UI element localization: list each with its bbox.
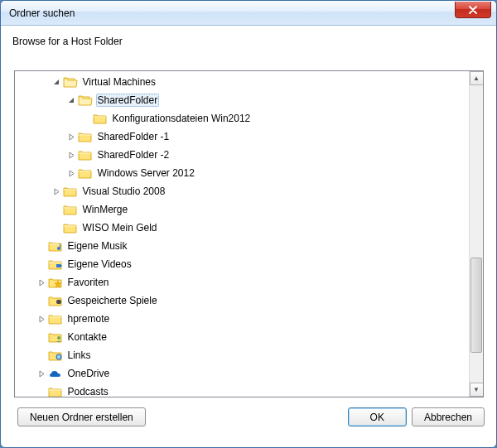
- indent: [15, 337, 36, 338]
- folder-open-icon: [63, 75, 78, 89]
- indent: [15, 210, 51, 210]
- svg-rect-2: [56, 264, 60, 267]
- tree-viewport[interactable]: Virtual MachinesSharedFolderKonfiguratio…: [15, 71, 469, 397]
- tree-node[interactable]: Windows Server 2012: [15, 164, 469, 182]
- indent: [15, 373, 36, 374]
- expand-icon[interactable]: [66, 133, 78, 141]
- expand-icon[interactable]: [51, 188, 63, 195]
- tree-node[interactable]: Eigene Videos: [15, 255, 469, 273]
- tree-node[interactable]: Podcasts: [15, 383, 469, 397]
- indent: [15, 82, 51, 83]
- folder-icon: [78, 166, 93, 180]
- tree-node[interactable]: Favoriten: [15, 273, 469, 291]
- tree-node-label: Gespeicherte Spiele: [66, 294, 159, 307]
- svg-point-8: [56, 355, 60, 359]
- indent: [15, 137, 66, 137]
- tree-node[interactable]: SharedFolder: [15, 91, 469, 109]
- indent: [15, 264, 36, 265]
- favorites-icon: [48, 276, 63, 289]
- tree-node-label: Favoriten: [66, 276, 111, 289]
- indent: [15, 155, 66, 156]
- tree-node-label: Eigene Videos: [66, 258, 133, 271]
- scroll-up-button[interactable]: ▲: [470, 71, 484, 85]
- new-folder-button[interactable]: Neuen Ordner erstellen: [17, 407, 146, 426]
- tree-node[interactable]: Konfigurationsdateien Win2012: [15, 109, 469, 128]
- folder-music-icon: [48, 239, 63, 253]
- tree-node[interactable]: Eigene Musik: [15, 237, 469, 255]
- folder-icon: [63, 185, 78, 198]
- tree-node-label: Konfigurationsdateien Win2012: [111, 112, 253, 125]
- indent: [15, 319, 36, 320]
- expand-icon[interactable]: [36, 370, 48, 378]
- close-icon: [469, 6, 477, 14]
- close-button[interactable]: [455, 2, 491, 18]
- tree-node-label: SharedFolder -1: [96, 130, 171, 143]
- tree-node-label: Virtual Machines: [81, 75, 158, 89]
- tree-node[interactable]: Visual Studio 2008: [15, 182, 469, 200]
- expand-icon[interactable]: [36, 279, 48, 287]
- contacts-icon: [48, 330, 63, 344]
- tree-node-label: SharedFolder -2: [96, 148, 171, 161]
- tree-node[interactable]: Links: [15, 346, 469, 364]
- svg-rect-5: [56, 300, 61, 304]
- cancel-button[interactable]: Abbrechen: [412, 407, 485, 426]
- ok-button[interactable]: OK: [348, 407, 407, 426]
- tree-node[interactable]: Gespeicherte Spiele: [15, 291, 469, 310]
- tree-node-label: SharedFolder: [96, 94, 160, 107]
- tree-node[interactable]: hpremote: [15, 310, 469, 328]
- tree-node-label: OneDrive: [66, 367, 112, 380]
- scroll-down-button[interactable]: ▼: [470, 383, 484, 397]
- expand-icon[interactable]: [66, 170, 78, 177]
- expand-icon[interactable]: [36, 316, 48, 323]
- instruction-text: Browse for a Host Folder: [12, 36, 485, 47]
- indent: [15, 246, 36, 247]
- indent: [15, 191, 51, 192]
- tree-node[interactable]: WISO Mein Geld: [15, 219, 469, 237]
- titlebar[interactable]: Ordner suchen: [1, 1, 496, 26]
- games-icon: [48, 294, 63, 307]
- onedrive-icon: [48, 367, 63, 380]
- tree-node[interactable]: SharedFolder -1: [15, 128, 469, 146]
- tree-node-label: Kontakte: [66, 330, 109, 344]
- tree-node[interactable]: SharedFolder -2: [15, 146, 469, 164]
- folder-icon: [48, 385, 63, 397]
- indent: [15, 392, 36, 393]
- collapse-icon[interactable]: [66, 97, 78, 104]
- tree-node-label: Links: [66, 349, 93, 362]
- indent: [15, 228, 51, 229]
- links-icon: [48, 349, 63, 362]
- dialog-footer: Neuen Ordner erstellen OK Abbrechen: [1, 397, 496, 426]
- indent: [15, 100, 66, 101]
- folder-icon: [78, 148, 93, 161]
- expand-icon[interactable]: [66, 152, 78, 159]
- tree-node-label: Eigene Musik: [66, 239, 129, 253]
- scroll-thumb[interactable]: [470, 258, 482, 353]
- tree-node-label: Visual Studio 2008: [81, 185, 167, 198]
- tree-node-label: hpremote: [66, 312, 112, 325]
- window-title: Ordner suchen: [1, 7, 75, 19]
- indent: [15, 173, 66, 174]
- tree-node[interactable]: WinMerge: [15, 200, 469, 219]
- collapse-icon[interactable]: [51, 79, 63, 86]
- tree-node[interactable]: OneDrive: [15, 364, 469, 383]
- folder-tree: Virtual MachinesSharedFolderKonfiguratio…: [14, 70, 484, 397]
- tree-node[interactable]: Kontakte: [15, 328, 469, 346]
- tree-node-label: WinMerge: [81, 203, 130, 216]
- folder-icon: [93, 112, 108, 125]
- svg-rect-1: [60, 243, 60, 248]
- folder-icon: [78, 130, 93, 143]
- indent: [15, 301, 36, 301]
- tree-node-label: Windows Server 2012: [96, 166, 196, 180]
- folder-icon: [48, 312, 63, 325]
- dialog-window: Ordner suchen Browse for a Host Folder V…: [0, 0, 497, 448]
- vertical-scrollbar[interactable]: ▲ ▼: [469, 71, 483, 397]
- tree-node-label: Podcasts: [66, 385, 110, 397]
- tree-node[interactable]: Virtual Machines: [15, 73, 469, 91]
- folder-open-icon: [78, 94, 93, 107]
- indent: [15, 355, 36, 356]
- folder-icon: [63, 221, 78, 234]
- svg-point-6: [57, 336, 60, 340]
- indent: [15, 282, 36, 283]
- folder-video-icon: [48, 258, 63, 271]
- tree-node-label: WISO Mein Geld: [81, 221, 159, 234]
